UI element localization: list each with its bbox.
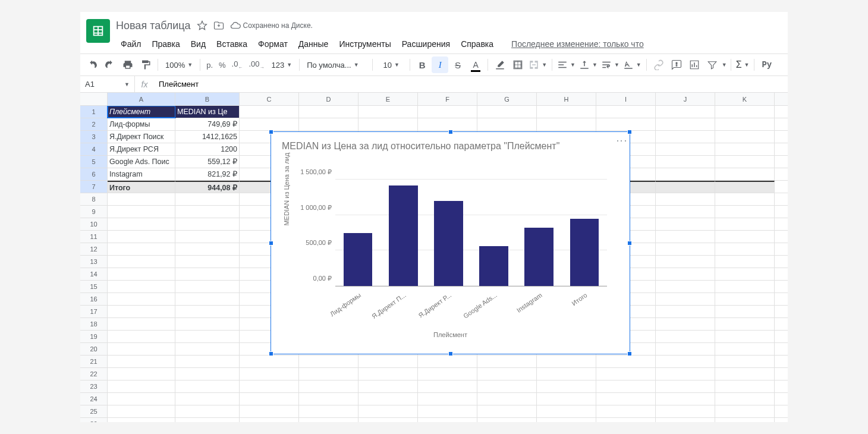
cell[interactable] (656, 143, 715, 155)
increase-decimal-button[interactable]: .00→ (246, 59, 266, 70)
cell[interactable] (175, 281, 240, 293)
cell[interactable] (175, 380, 240, 392)
row-header[interactable]: 5 (80, 156, 108, 168)
cell[interactable] (537, 393, 596, 405)
cell[interactable] (175, 243, 240, 255)
cell[interactable] (108, 206, 175, 218)
cell[interactable] (656, 380, 715, 392)
cell[interactable] (175, 405, 240, 417)
cell[interactable] (240, 380, 299, 392)
row-header[interactable]: 6 (80, 168, 108, 180)
zoom-dropdown[interactable]: 100%▼ (162, 56, 196, 73)
cell[interactable] (175, 256, 240, 268)
cell[interactable]: Instagram (108, 168, 175, 180)
cell[interactable] (175, 318, 240, 330)
cell[interactable] (596, 418, 656, 422)
cell[interactable] (596, 393, 656, 405)
menu-data[interactable]: Данные (294, 37, 334, 51)
cell[interactable] (656, 318, 715, 330)
cell[interactable] (175, 331, 240, 342)
column-header[interactable]: C (240, 93, 299, 105)
wrap-button[interactable]: ▼ (600, 56, 621, 73)
cell[interactable] (715, 181, 775, 193)
cell[interactable] (715, 156, 775, 168)
cell[interactable] (656, 306, 715, 317)
redo-button[interactable] (102, 56, 118, 73)
cell[interactable]: 1200 (175, 143, 240, 155)
cell[interactable] (715, 281, 775, 293)
cell[interactable] (299, 405, 358, 417)
cell[interactable]: Я.Директ Поиск (108, 131, 175, 143)
fill-color-button[interactable] (492, 56, 508, 73)
row-header[interactable]: 26 (80, 418, 108, 422)
cell[interactable] (108, 405, 175, 417)
cell[interactable] (175, 418, 240, 422)
menu-format[interactable]: Формат (253, 37, 293, 51)
cell[interactable] (715, 380, 775, 392)
column-header[interactable]: K (715, 93, 775, 105)
row-header[interactable]: 8 (80, 193, 108, 205)
cell[interactable] (108, 393, 175, 405)
cell[interactable] (240, 405, 299, 417)
row-header[interactable]: 2 (80, 118, 108, 130)
menu-view[interactable]: Вид (186, 37, 210, 51)
cell[interactable] (656, 293, 715, 305)
cell[interactable] (715, 106, 775, 118)
font-size-dropdown[interactable]: 10▼ (376, 56, 406, 73)
select-all-corner[interactable] (80, 93, 108, 105)
undo-button[interactable] (84, 56, 100, 73)
cell[interactable]: Я.Директ РСЯ (108, 143, 175, 155)
cell[interactable]: 1412,1625 (175, 131, 240, 143)
cell[interactable] (418, 405, 477, 417)
functions-button[interactable]: Σ▼ (735, 56, 751, 73)
cell[interactable] (175, 218, 240, 230)
cell[interactable] (108, 356, 175, 367)
cell[interactable] (715, 306, 775, 317)
insert-chart-button[interactable] (686, 56, 703, 73)
formula-input[interactable] (154, 80, 788, 89)
cell[interactable]: Итого (108, 181, 175, 193)
chart-resize-handle[interactable] (448, 351, 453, 356)
cell[interactable] (715, 218, 775, 230)
cell[interactable] (358, 393, 418, 405)
cell[interactable] (240, 106, 299, 118)
cell[interactable] (477, 393, 537, 405)
cell[interactable] (175, 231, 240, 243)
borders-button[interactable] (510, 56, 526, 73)
cell[interactable] (715, 393, 775, 405)
cell[interactable] (299, 418, 358, 422)
column-header[interactable]: H (537, 93, 596, 105)
strikethrough-button[interactable]: S (449, 56, 466, 73)
menu-help[interactable]: Справка (456, 37, 498, 51)
row-header[interactable]: 16 (80, 293, 108, 305)
row-header[interactable]: 11 (80, 231, 108, 243)
cell[interactable] (418, 106, 477, 118)
cell[interactable] (240, 418, 299, 422)
cell[interactable] (656, 405, 715, 417)
font-dropdown[interactable]: По умолча...▼ (303, 56, 369, 73)
cell[interactable] (477, 118, 537, 130)
row-header[interactable]: 18 (80, 318, 108, 330)
row-header[interactable]: 19 (80, 331, 108, 342)
row-header[interactable]: 9 (80, 206, 108, 218)
cell[interactable] (715, 318, 775, 330)
cell[interactable] (656, 268, 715, 280)
cell[interactable]: 944,08 ₽ (175, 181, 240, 193)
cell[interactable] (358, 356, 418, 367)
text-color-button[interactable]: A (467, 56, 484, 73)
cell[interactable]: MEDIAN из Це (175, 106, 240, 118)
column-header[interactable]: F (418, 93, 477, 105)
cell[interactable] (108, 193, 175, 205)
comment-button[interactable] (668, 56, 685, 73)
column-header[interactable]: G (477, 93, 537, 105)
cell[interactable] (656, 106, 715, 118)
cell[interactable] (418, 118, 477, 130)
row-header[interactable]: 25 (80, 405, 108, 417)
cell[interactable]: 749,69 ₽ (175, 118, 240, 130)
row-header[interactable]: 23 (80, 380, 108, 392)
chart-resize-handle[interactable] (269, 351, 273, 356)
cell[interactable] (108, 331, 175, 342)
cell[interactable] (656, 281, 715, 293)
cell[interactable] (477, 106, 537, 118)
cell[interactable] (240, 118, 299, 130)
